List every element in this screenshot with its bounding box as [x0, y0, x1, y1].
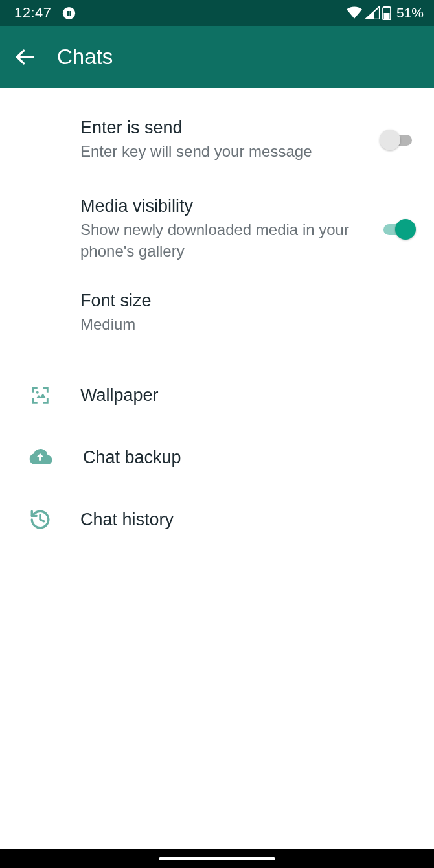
setting-title: Font size — [80, 291, 416, 311]
cloud-upload-icon — [26, 443, 54, 472]
home-gesture-pill[interactable] — [159, 857, 275, 860]
setting-text: Chat backup — [80, 448, 416, 468]
app-bar: Chats — [0, 26, 434, 88]
page-title: Chats — [57, 45, 113, 69]
setting-text: Font size Medium — [80, 291, 416, 336]
setting-font-size[interactable]: Font size Medium — [0, 271, 434, 348]
setting-title: Enter is send — [80, 118, 367, 138]
setting-title: Media visibility — [80, 196, 367, 216]
history-icon — [26, 505, 54, 534]
section-divider — [0, 361, 434, 361]
setting-title: Chat backup — [83, 448, 416, 468]
svg-rect-1 — [67, 11, 68, 16]
setting-wallpaper[interactable]: Wallpaper — [0, 364, 434, 426]
wallpaper-icon — [26, 381, 54, 409]
system-nav-bar — [0, 849, 434, 868]
media-playback-icon — [62, 6, 76, 20]
wifi-icon — [346, 6, 363, 19]
status-clock: 12:47 — [14, 5, 52, 21]
arrow-left-icon — [14, 46, 36, 68]
settings-list: Enter is send Enter key will send your m… — [0, 88, 434, 551]
setting-title: Wallpaper — [80, 385, 416, 405]
setting-text: Enter is send Enter key will send your m… — [80, 118, 367, 163]
setting-chat-backup[interactable]: Chat backup — [0, 426, 434, 488]
setting-media-visibility[interactable]: Media visibility Show newly downloaded m… — [0, 177, 434, 271]
setting-enter-is-send[interactable]: Enter is send Enter key will send your m… — [0, 104, 434, 177]
battery-icon — [382, 6, 391, 20]
media-visibility-toggle[interactable] — [380, 219, 416, 240]
status-right: 51% — [346, 5, 424, 21]
back-button[interactable] — [12, 44, 38, 70]
svg-point-7 — [36, 391, 39, 394]
setting-title: Chat history — [80, 510, 416, 530]
switch-thumb — [395, 219, 416, 240]
svg-point-0 — [62, 6, 74, 19]
setting-value: Medium — [80, 314, 416, 336]
status-bar: 12:47 51% — [0, 0, 434, 26]
setting-text: Chat history — [80, 510, 416, 530]
setting-subtitle: Enter key will send your message — [80, 141, 367, 163]
enter-is-send-toggle[interactable] — [380, 130, 416, 150]
signal-icon — [365, 6, 380, 19]
status-left: 12:47 — [14, 5, 76, 21]
setting-subtitle: Show newly downloaded media in your phon… — [80, 219, 367, 262]
battery-percentage: 51% — [396, 5, 424, 21]
switch-thumb — [380, 130, 400, 150]
setting-chat-history[interactable]: Chat history — [0, 488, 434, 551]
setting-text: Wallpaper — [80, 385, 416, 405]
svg-rect-5 — [383, 13, 389, 19]
svg-rect-2 — [69, 11, 71, 16]
setting-text: Media visibility Show newly downloaded m… — [80, 196, 367, 262]
svg-rect-4 — [385, 6, 388, 7]
